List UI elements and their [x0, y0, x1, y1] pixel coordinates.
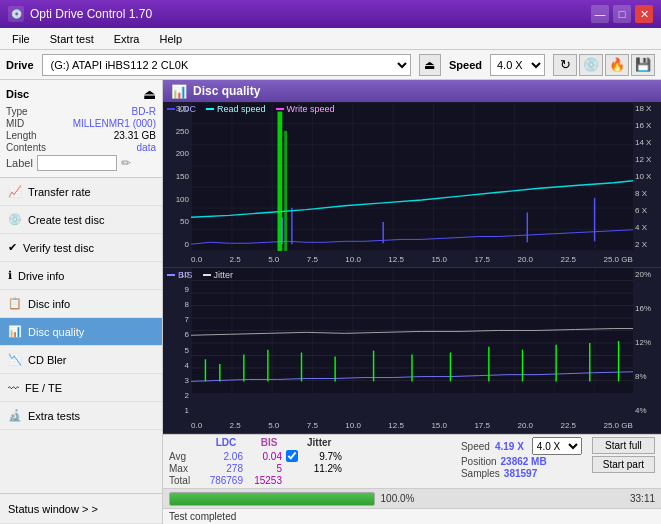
disc-label-input[interactable] [37, 155, 117, 171]
chart-upper-x-axis: 0.02.55.07.510.012.515.017.520.022.525.0… [191, 251, 633, 267]
chart-upper-y-left: 300 250 200 150 100 50 0 [163, 102, 191, 251]
content-area: 📊 Disc quality LDC Read speed [163, 80, 661, 524]
status-window-label: Status window > > [8, 503, 98, 515]
content-header: 📊 Disc quality [163, 80, 661, 102]
nav-items: 📈 Transfer rate 💿 Create test disc ✔ Ver… [0, 178, 162, 493]
speed-label: Speed [449, 59, 482, 71]
disc-length-key: Length [6, 130, 37, 141]
svg-rect-10 [277, 112, 282, 251]
svg-rect-4 [191, 102, 633, 251]
close-button[interactable]: ✕ [635, 5, 653, 23]
chart-lower-y-left: 10 9 8 7 6 5 4 3 2 1 [163, 268, 191, 417]
drive-bar: Drive (G:) ATAPI iHBS112 2 CL0K ⏏ Speed … [0, 50, 661, 80]
create-test-disc-icon: 💿 [8, 213, 22, 226]
stats-speed-select[interactable]: 4.0 X [532, 437, 582, 455]
legend-jitter: Jitter [203, 270, 234, 280]
drive-select[interactable]: (G:) ATAPI iHBS112 2 CL0K [42, 54, 411, 76]
disc-eject-icon[interactable]: ⏏ [143, 86, 156, 102]
cd-bler-label: CD Bler [28, 354, 67, 366]
fe-te-icon: 〰 [8, 382, 19, 394]
save-button[interactable]: 💾 [631, 54, 655, 76]
chart-lower-svg [191, 268, 633, 393]
refresh-button[interactable]: ↻ [553, 54, 577, 76]
chart-lower-y-right: 20% 16% 12% 8% 4% [633, 268, 661, 417]
legend-write-speed: Write speed [276, 104, 335, 114]
disc-panel-title: Disc [6, 88, 29, 100]
title-bar: 💿 Opti Drive Control 1.70 — □ ✕ [0, 0, 661, 28]
disc-mid-val: MILLENMR1 (000) [73, 118, 156, 129]
sidebar-item-fe-te[interactable]: 〰 FE / TE [0, 374, 162, 402]
drive-info-label: Drive info [18, 270, 64, 282]
speed-row: Speed 4.19 X 4.0 X [461, 437, 582, 455]
stats-bar: LDC BIS Jitter Avg 2.06 0.04 9.7% Max 27… [163, 434, 661, 488]
menu-help[interactable]: Help [151, 31, 190, 47]
disc-quality-icon: 📊 [8, 325, 22, 338]
progress-text: 100.0% [381, 493, 415, 504]
time-display: 33:11 [630, 493, 655, 504]
sidebar-bottom: Status window > > [0, 493, 162, 524]
app-icon: 💿 [8, 6, 24, 22]
extra-tests-icon: 🔬 [8, 409, 22, 422]
sidebar-item-verify-test-disc[interactable]: ✔ Verify test disc [0, 234, 162, 262]
sidebar-item-create-test-disc[interactable]: 💿 Create test disc [0, 206, 162, 234]
start-part-button[interactable]: Start part [592, 456, 655, 473]
disc-panel: Disc ⏏ Type BD-R MID MILLENMR1 (000) Len… [0, 80, 162, 178]
legend-ldc: LDC [167, 104, 196, 114]
sidebar-item-extra-tests[interactable]: 🔬 Extra tests [0, 402, 162, 430]
status-window-item[interactable]: Status window > > [0, 494, 162, 524]
disc-info-icon: 📋 [8, 297, 22, 310]
menu-file[interactable]: File [4, 31, 38, 47]
disc-button[interactable]: 💿 [579, 54, 603, 76]
status-bar: Test completed [163, 508, 661, 524]
disc-type-val: BD-R [132, 106, 156, 117]
start-buttons: Start full Start part [592, 437, 655, 473]
main-layout: Disc ⏏ Type BD-R MID MILLENMR1 (000) Len… [0, 80, 661, 524]
stats-max-row: Max 278 5 11.2% [169, 463, 347, 474]
cd-bler-icon: 📉 [8, 353, 22, 366]
chart-upper-legend: LDC Read speed Write speed [167, 104, 334, 114]
sidebar-item-drive-info[interactable]: ℹ Drive info [0, 262, 162, 290]
stats-headers: LDC BIS Jitter [169, 437, 347, 449]
minimize-button[interactable]: — [591, 5, 609, 23]
transfer-rate-icon: 📈 [8, 185, 22, 198]
label-edit-icon[interactable]: ✏ [121, 156, 131, 170]
sidebar-item-disc-info[interactable]: 📋 Disc info [0, 290, 162, 318]
create-test-disc-label: Create test disc [28, 214, 104, 226]
burn-button[interactable]: 🔥 [605, 54, 629, 76]
progress-bar-container: 100.0% 33:11 [163, 488, 661, 508]
progress-bar-bg [169, 492, 375, 506]
menu-bar: File Start test Extra Help [0, 28, 661, 50]
fe-te-label: FE / TE [25, 382, 62, 394]
verify-test-disc-label: Verify test disc [23, 242, 94, 254]
drive-label: Drive [6, 59, 34, 71]
verify-test-disc-icon: ✔ [8, 241, 17, 254]
stats-speed-group: Speed 4.19 X 4.0 X Position 23862 MB Sam… [461, 437, 582, 479]
chart-upper: LDC Read speed Write speed 300 250 200 [163, 102, 661, 268]
sidebar-item-cd-bler[interactable]: 📉 CD Bler [0, 346, 162, 374]
eject-button[interactable]: ⏏ [419, 54, 441, 76]
chart-lower-x-axis: 0.02.55.07.510.012.515.017.520.022.525.0… [191, 417, 633, 433]
position-row: Position 23862 MB [461, 456, 582, 467]
toolbar-buttons: ↻ 💿 🔥 💾 [553, 54, 655, 76]
menu-extra[interactable]: Extra [106, 31, 148, 47]
samples-row: Samples 381597 [461, 468, 582, 479]
maximize-button[interactable]: □ [613, 5, 631, 23]
jitter-checkbox[interactable] [286, 450, 298, 462]
start-full-button[interactable]: Start full [592, 437, 655, 454]
chart-lower-legend: BIS Jitter [167, 270, 233, 280]
disc-mid-key: MID [6, 118, 24, 129]
stats-main: LDC BIS Jitter Avg 2.06 0.04 9.7% Max 27… [169, 437, 347, 486]
disc-contents-val: data [137, 142, 156, 153]
app-title: Opti Drive Control 1.70 [30, 7, 152, 21]
disc-quality-label: Disc quality [28, 326, 84, 338]
disc-info-label: Disc info [28, 298, 70, 310]
extra-tests-label: Extra tests [28, 410, 80, 422]
disc-type-key: Type [6, 106, 28, 117]
disc-label-key: Label [6, 157, 33, 169]
sidebar-item-disc-quality[interactable]: 📊 Disc quality [0, 318, 162, 346]
sidebar: Disc ⏏ Type BD-R MID MILLENMR1 (000) Len… [0, 80, 163, 524]
speed-select[interactable]: 4.0 X ▼ [490, 54, 545, 76]
menu-start-test[interactable]: Start test [42, 31, 102, 47]
sidebar-item-transfer-rate[interactable]: 📈 Transfer rate [0, 178, 162, 206]
drive-info-icon: ℹ [8, 269, 12, 282]
